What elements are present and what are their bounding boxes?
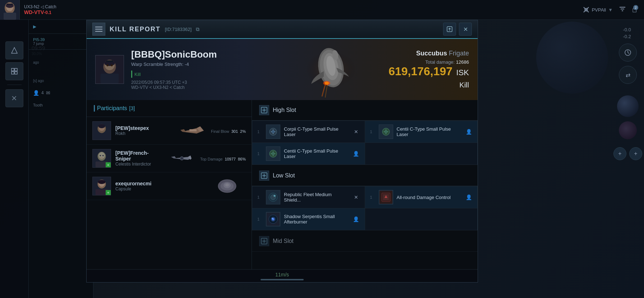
player-info: UX3-N2 ◁ Catch WD-VTV-0.1 [20, 3, 61, 17]
svg-marker-12 [12, 48, 17, 53]
orb-1 [617, 95, 639, 117]
export-button[interactable] [443, 23, 456, 36]
bottom-action-btns: + + [613, 147, 642, 160]
slot-remove-btn-high-1[interactable]: ✕ [353, 128, 360, 135]
svg-rect-40 [189, 129, 197, 131]
overlay-item-ago-1: ago [29, 50, 93, 75]
kill-stats-right: Succubus Frigate Total damage: 12686 619… [388, 50, 469, 89]
sidebar-nav-btn-1[interactable] [5, 41, 23, 59]
overlay-item-tooth: Tooth [29, 99, 93, 111]
player-avatar[interactable] [0, 0, 20, 20]
background-planet [536, 22, 608, 94]
participant-info-2: [PEW]French-Sniper Celestis Interdictor [115, 150, 163, 167]
low-slot-title: Low Slot [273, 172, 295, 179]
action-btn-plus-1[interactable]: + [613, 147, 626, 160]
participant-info-3: exequrornecmi Capsule [115, 181, 208, 191]
slot-item-low-1: 1 Republic Fleet Medium Shield... ✕ [252, 186, 365, 208]
low-slot-grid: 1 Republic Fleet Medium Shield... ✕ [252, 186, 478, 230]
participant-avatar-3[interactable]: + [92, 177, 111, 195]
svg-point-25 [106, 64, 109, 66]
participant-avatar-2[interactable]: + [92, 149, 111, 168]
high-slot-title: High Slot [273, 107, 296, 113]
slot-remove-btn-low-1[interactable]: ✕ [353, 194, 360, 201]
svg-point-67 [385, 130, 387, 133]
action-btn-plus-2[interactable]: + [629, 147, 642, 160]
slot-item-name-high-2: Centii C-Type Small Pulse Laser [397, 126, 462, 137]
participant-ship-img-1 [178, 122, 207, 140]
slot-item-low-3: 1 Shadow Serpentis Small Afterburner 👤 [252, 208, 365, 230]
svg-rect-13 [12, 68, 14, 71]
participant-item-3: + exequrornecmi Capsule [87, 172, 252, 200]
participants-count: [3] [129, 105, 135, 111]
slot-item-icon-low-3 [266, 212, 280, 226]
high-slot-header: High Slot [252, 100, 478, 121]
svg-rect-24 [106, 60, 113, 62]
location-label: UX3-N2 ◁ Catch [24, 4, 56, 9]
participant-ship-3: Capsule [115, 186, 208, 191]
right-security: -0.0 -0.2 [623, 27, 632, 39]
participant-item-2: + [PEW]French-Sniper Celestis Interdicto… [87, 145, 252, 172]
high-slot-grid: 1 Corpii C-Type Small Pulse Laser ✕ [252, 121, 478, 165]
overlay-item-social: 👤 4 ✉ [29, 86, 93, 99]
svg-point-39 [98, 124, 105, 128]
isk-label: ISK [456, 68, 469, 77]
kill-result: Kill [388, 81, 469, 89]
slot-person-btn-high-3[interactable]: 👤 [353, 150, 360, 157]
participant-stats-2: Top Damage 10977 86% [200, 155, 246, 161]
right-btn-2[interactable]: ⇄ [619, 66, 637, 84]
participant-info-1: [PEW]steepex Rokh [115, 125, 174, 136]
slot-item-low-4-empty [365, 208, 478, 230]
scroll-indicator[interactable] [261, 279, 304, 280]
slot-person-btn-high-2[interactable]: 👤 [465, 128, 472, 135]
svg-rect-47 [100, 158, 104, 158]
player-name: WD-VTV-0.1 [24, 9, 56, 15]
copy-id-icon[interactable]: ⧉ [196, 26, 199, 32]
svg-line-94 [628, 53, 629, 54]
participant-ship-2: Celestis Interdictor [115, 162, 163, 167]
panel-actions: ✕ [443, 23, 472, 36]
svg-point-26 [111, 64, 113, 66]
svg-point-64 [272, 130, 275, 133]
menu-button[interactable] [92, 23, 105, 36]
slot-item-icon-low-1 [266, 190, 280, 204]
kill-report-panel: KILL REPORT [ID:7183362] ⧉ ✕ [86, 20, 478, 283]
kill-info-area: [BBBQ]SonicBoom Warp Scramble Strength: … [87, 39, 478, 100]
ship-svg [295, 41, 367, 98]
slots-panel: High Slot 1 Corpii C-Type Small Pulse L [252, 100, 478, 269]
sidebar-close-btn[interactable]: ✕ [5, 89, 23, 107]
svg-rect-14 [15, 68, 17, 71]
content-area: Participants [3] [PEW]steepex Rokh [87, 100, 478, 269]
participant-name-1: [PEW]steepex [115, 125, 174, 131]
slot-item-name-low-1: Republic Fleet Medium Shield... [284, 192, 349, 203]
svg-rect-38 [96, 134, 108, 140]
svg-rect-15 [12, 72, 14, 74]
victim-portrait [95, 55, 124, 84]
mid-slot-title: Mid Slot [273, 238, 294, 244]
participant-plus-3: + [106, 190, 111, 195]
svg-point-88 [272, 218, 273, 219]
sidebar-nav-btn-2[interactable] [5, 62, 23, 80]
slot-item-icon-low-2 [379, 190, 393, 204]
slot-person-btn-low-2[interactable]: 👤 [465, 194, 472, 201]
slot-person-btn-low-3[interactable]: 👤 [353, 216, 360, 223]
bottom-bar: 11m/s [87, 269, 478, 282]
overlay-item-ago-2: [s] ago [29, 75, 93, 86]
slot-item-name-high-1: Corpii C-Type Small Pulse Laser [284, 126, 349, 137]
left-sidebar: 09:59 30.0% ✕ [0, 20, 29, 298]
participant-avatar-1[interactable] [92, 121, 111, 140]
svg-rect-16 [15, 72, 17, 74]
filter-icon[interactable] [618, 5, 626, 15]
participant-item: [PEW]steepex Rokh Final Blow 301 [87, 117, 252, 145]
close-button[interactable]: ✕ [459, 23, 472, 36]
high-slot-icon [259, 105, 269, 115]
pvp-mode[interactable]: PVPAll ▼ [583, 6, 613, 13]
notification-badge[interactable]: ◻ 2 [632, 6, 637, 13]
participant-ship-img-3 [213, 177, 242, 195]
svg-point-58 [225, 184, 229, 186]
right-btn-1[interactable] [619, 44, 637, 62]
side-panel: ▶ PI5-39 7 jump ago [s] ago 👤 4 ✉ Tooth [29, 20, 93, 298]
orb-2 [619, 121, 637, 139]
top-bar-right: PVPAll ▼ ◻ 2 [583, 5, 644, 15]
right-ui: -0.0 -0.2 ⇄ + + [612, 20, 644, 298]
participant-ship-img-2 [167, 149, 196, 167]
